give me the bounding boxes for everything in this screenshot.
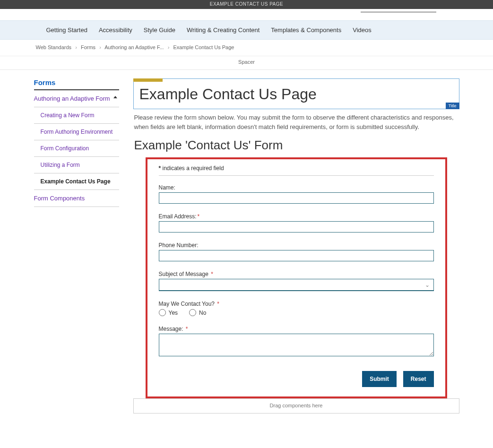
form-heading: Example 'Contact Us' Form [134,138,458,153]
required-marker: * [216,301,219,307]
form-highlight: * indicates a required field Name: Email… [146,157,447,398]
reset-button[interactable]: Reset [403,371,434,387]
label-email: Email Address:* [159,213,434,220]
name-input[interactable] [159,192,434,204]
required-marker: * [198,213,200,220]
crumb-authoring[interactable]: Authoring an Adaptive F... [104,44,164,50]
search-underline [361,12,436,12]
nav-item-videos[interactable]: Videos [353,26,372,34]
banner-text: EXAMPLE CONTACT US PAGE [210,1,283,7]
chevron-right-icon: › [75,44,77,50]
subject-select[interactable]: ⌄ [159,279,434,291]
nav-item-getting-started[interactable]: Getting Started [46,26,87,34]
chevron-up-icon [113,96,117,98]
component-tag-title: Title [446,103,459,109]
sidebar-item-form-components[interactable]: Form Components [34,190,119,207]
crumb-current: Example Contact Us Page [173,44,234,50]
label-contact-you: May We Contact You? * [159,301,434,307]
radio-yes-label: Yes [169,310,178,316]
label-name: Name: [159,184,434,191]
sidebar-title[interactable]: Forms [34,78,119,90]
email-input[interactable] [159,221,434,233]
sidebar-item-utilizing-form[interactable]: Utilizing a Form [34,157,119,173]
primary-nav: Getting Started Accessibility Style Guid… [0,20,493,40]
required-marker: * [209,271,213,277]
nav-item-templates-components[interactable]: Templates & Components [271,26,341,34]
chevron-right-icon: › [99,44,101,50]
nav-item-accessibility[interactable]: Accessibility [99,26,132,34]
radio-yes[interactable]: Yes [159,309,178,316]
submit-button[interactable]: Submit [362,371,397,387]
chevron-right-icon: › [168,44,170,50]
nav-item-style-guide[interactable]: Style Guide [144,26,175,34]
label-message: Message: * [159,326,434,332]
required-marker: * [184,326,188,332]
label-phone: Phone Number: [159,242,434,249]
top-banner: EXAMPLE CONTACT US PAGE [0,0,493,9]
sidebar-item-creating-form[interactable]: Creating a New Form [34,107,119,124]
radio-no-label: No [199,310,206,316]
sidebar-item-authoring-env[interactable]: Form Authoring Environment [34,124,119,140]
chevron-down-icon: ⌄ [425,282,430,288]
radio-no[interactable]: No [189,309,206,316]
sidebar: Forms Authoring an Adaptive Form Creatin… [34,78,119,414]
subheader-bar [0,9,493,20]
spacer-component[interactable]: Spacer [0,56,493,70]
drop-zone-label: Drag components here [270,403,323,408]
phone-input[interactable] [159,250,434,261]
crumb-web-standards[interactable]: Web Standards [36,44,72,50]
title-component[interactable]: Example Contact Us Page Title [133,78,459,109]
spacer-label: Spacer [238,59,255,65]
sidebar-item-form-config[interactable]: Form Configuration [34,140,119,157]
radio-icon [159,309,166,316]
main-content: Example Contact Us Page Title Please rev… [133,78,459,414]
sidebar-section-authoring[interactable]: Authoring an Adaptive Form [34,90,119,107]
radio-icon [189,309,196,316]
breadcrumb: Web Standards › Forms › Authoring an Ada… [34,40,459,54]
label-subject: Subject of Message * [159,271,434,277]
sidebar-section-label: Authoring an Adaptive Form [34,95,110,102]
sidebar-item-example-contact[interactable]: Example Contact Us Page [34,173,119,190]
message-textarea[interactable] [159,334,434,356]
component-drop-zone[interactable]: Drag components here [133,398,459,414]
intro-text: Please review the form shown below. You … [134,113,458,131]
divider [159,175,434,176]
crumb-forms[interactable]: Forms [81,44,95,50]
required-hint: * indicates a required field [159,163,434,175]
page-title: Example Contact Us Page [139,86,453,103]
nav-item-writing-content[interactable]: Writing & Creating Content [187,26,259,34]
